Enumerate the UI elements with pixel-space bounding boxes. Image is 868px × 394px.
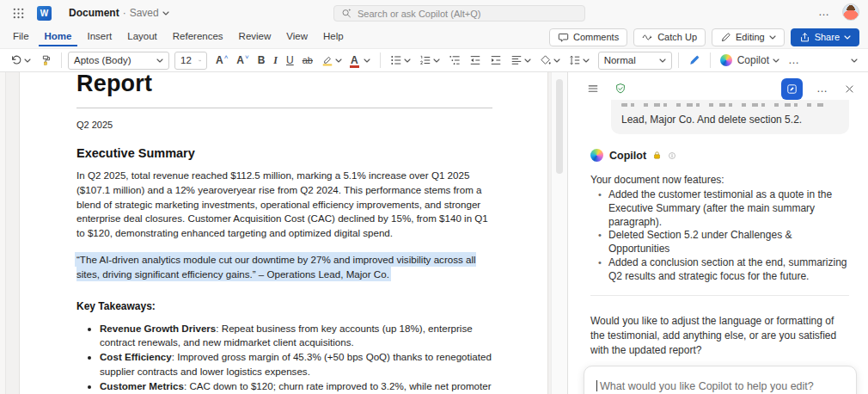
copilot-icon bbox=[590, 149, 603, 162]
shading-icon bbox=[540, 54, 552, 66]
copilot-icon bbox=[720, 54, 732, 66]
scrollbar-thumb[interactable] bbox=[556, 79, 563, 174]
font-size-select[interactable]: 12 bbox=[174, 52, 207, 70]
chevron-down-icon bbox=[335, 58, 342, 63]
multilevel-list-button[interactable] bbox=[445, 52, 464, 69]
hamburger-icon bbox=[587, 83, 599, 95]
close-icon bbox=[844, 83, 855, 95]
copilot-pane-header: … bbox=[568, 72, 868, 98]
user-avatar[interactable] bbox=[842, 3, 859, 21]
draw-pen-button[interactable] bbox=[685, 52, 704, 69]
status-separator: · bbox=[123, 7, 126, 19]
strikethrough-button[interactable]: ab bbox=[299, 52, 316, 68]
align-left-icon bbox=[510, 54, 523, 66]
message-divider bbox=[590, 295, 849, 296]
increase-indent-icon bbox=[490, 54, 502, 66]
titlebar-more-button[interactable]: … bbox=[816, 6, 832, 18]
chevron-down-icon bbox=[851, 58, 858, 63]
editing-mode-button[interactable]: Editing bbox=[712, 28, 785, 46]
numbered-list-button[interactable] bbox=[416, 52, 443, 69]
font-name-select[interactable]: Aptos (Body) bbox=[68, 52, 169, 70]
protected-lock-icon bbox=[652, 151, 662, 160]
conversation-list-button[interactable] bbox=[585, 81, 601, 96]
chevron-down-icon bbox=[659, 58, 666, 63]
copilot-input[interactable]: What would you like Copilot to help you … bbox=[584, 366, 857, 394]
font-color-button[interactable]: A bbox=[347, 52, 374, 69]
highlighted-quote: “The AI-driven analytics module cut our … bbox=[76, 254, 476, 280]
user-message-text: Lead, Major Co. And delete section 5.2. bbox=[621, 114, 802, 126]
chevron-down-icon bbox=[553, 58, 560, 63]
response-item: Deleted Section 5.2 under Challenges & O… bbox=[598, 229, 849, 256]
menu-tab-view[interactable]: View bbox=[280, 28, 314, 46]
menu-tab-insert[interactable]: Insert bbox=[81, 28, 118, 46]
undo-button[interactable] bbox=[7, 52, 34, 69]
new-chat-button[interactable] bbox=[781, 78, 803, 100]
search-input[interactable]: Search or ask Copilot (Alt+Q) bbox=[333, 5, 585, 22]
menu-tab-file[interactable]: File bbox=[7, 28, 35, 46]
catch-up-button[interactable]: Catch Up bbox=[633, 28, 706, 46]
menu-tab-review[interactable]: Review bbox=[233, 28, 278, 46]
grow-font-button[interactable]: A˄ bbox=[212, 52, 231, 69]
chevron-down-icon bbox=[199, 58, 201, 63]
word-logo-icon[interactable]: W bbox=[37, 6, 52, 21]
menu-tab-layout[interactable]: Layout bbox=[121, 28, 163, 46]
increase-indent-button[interactable] bbox=[486, 52, 505, 69]
decrease-indent-button[interactable] bbox=[466, 52, 485, 69]
user-message-bubble: Lead, Major Co. And delete section 5.2. bbox=[611, 100, 849, 134]
chevron-down-icon bbox=[156, 58, 163, 63]
bold-button[interactable]: B bbox=[254, 52, 269, 69]
ribbon-more-button[interactable]: … bbox=[785, 53, 804, 67]
shrink-font-button[interactable]: A˅ bbox=[233, 52, 252, 69]
app-launcher-button[interactable] bbox=[10, 5, 27, 22]
doc-paragraph-executive-summary: In Q2 2025, total revenue reached $112.5… bbox=[76, 169, 492, 241]
collapse-ribbon-button[interactable] bbox=[847, 56, 861, 65]
bullet-list-button[interactable] bbox=[387, 52, 414, 69]
numbered-list-icon bbox=[419, 54, 431, 66]
bullet-list-icon bbox=[390, 54, 402, 66]
document-scrollbar[interactable] bbox=[551, 72, 567, 394]
assistant-followup-question: Would you like to adjust the language or… bbox=[590, 314, 849, 358]
doc-quote-testimonial: “The AI-driven analytics module cut our … bbox=[76, 253, 492, 282]
main-content: Report Q2 2025 Executive Summary In Q2 2… bbox=[0, 72, 868, 394]
ribbon-toolbar: Aptos (Body) 12 A˄ A˅ B I U ab A Normal bbox=[0, 48, 868, 72]
menu-tab-help[interactable]: Help bbox=[317, 28, 350, 46]
highlight-color-button[interactable] bbox=[318, 52, 345, 69]
chevron-down-icon bbox=[583, 58, 590, 63]
doc-heading-executive-summary: Executive Summary bbox=[76, 146, 492, 160]
copilot-input-placeholder: What would you like Copilot to help you … bbox=[600, 380, 814, 392]
pane-more-button[interactable]: … bbox=[815, 83, 830, 95]
comments-button[interactable]: Comments bbox=[549, 28, 627, 46]
toolbar-divider bbox=[380, 52, 381, 68]
share-button[interactable]: Share bbox=[791, 28, 859, 46]
document-page[interactable]: Report Q2 2025 Executive Summary In Q2 2… bbox=[19, 72, 548, 394]
clipped-text-line bbox=[621, 103, 826, 107]
styles-select[interactable]: Normal bbox=[598, 52, 672, 70]
chevron-down-icon bbox=[24, 58, 31, 63]
italic-button[interactable]: I bbox=[270, 52, 281, 70]
privacy-shield-button[interactable] bbox=[613, 81, 628, 96]
underline-button[interactable]: U bbox=[283, 52, 297, 69]
word-online-window: W Document · Saved Search or ask Copilot… bbox=[0, 0, 868, 394]
close-pane-button[interactable] bbox=[842, 82, 857, 96]
toolbar-divider bbox=[678, 52, 679, 68]
format-painter-button[interactable] bbox=[36, 52, 55, 69]
menu-tab-home[interactable]: Home bbox=[39, 28, 78, 46]
copilot-ribbon-button[interactable]: Copilot bbox=[717, 52, 783, 69]
info-icon bbox=[668, 151, 676, 160]
shading-button[interactable] bbox=[536, 52, 564, 69]
comment-icon bbox=[558, 32, 569, 43]
doc-bullet-customer: Customer Metrics: CAC down to $120; chur… bbox=[100, 379, 492, 394]
menu-tab-references[interactable]: References bbox=[167, 28, 229, 46]
document-canvas: Report Q2 2025 Executive Summary In Q2 2… bbox=[0, 72, 567, 394]
line-spacing-button[interactable] bbox=[565, 52, 593, 69]
doc-bullet-cost: Cost Efficiency: Improved gross margin o… bbox=[100, 350, 492, 379]
assistant-header: Copilot bbox=[590, 149, 849, 162]
chevron-down-icon bbox=[769, 35, 776, 40]
response-item: Added the customer testimonial as a quot… bbox=[598, 188, 849, 229]
alignment-button[interactable] bbox=[507, 52, 535, 69]
assistant-name: Copilot bbox=[609, 150, 646, 162]
catch-up-icon bbox=[642, 32, 653, 43]
doc-subtitle: Q2 2025 bbox=[76, 120, 492, 130]
document-title[interactable]: Document · Saved bbox=[69, 7, 169, 19]
chevron-down-icon bbox=[162, 11, 169, 15]
